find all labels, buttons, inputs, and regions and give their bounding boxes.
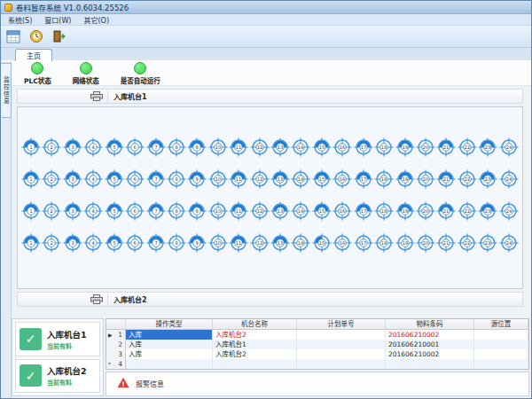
tab-home[interactable]: 主页 — [15, 49, 52, 61]
station-23-full: 23 — [478, 169, 497, 189]
svg-text:24: 24 — [506, 208, 512, 214]
station-row-4: 1 2 3 4 5 6 — [20, 233, 520, 253]
station-10-empty: 10 — [208, 201, 228, 221]
svg-text:2: 2 — [51, 176, 53, 182]
svg-text:12: 12 — [256, 240, 262, 246]
row-header: 3 — [106, 349, 126, 359]
svg-text:9: 9 — [196, 176, 199, 182]
tab-strip: 主页 — [1, 48, 531, 61]
svg-text:20: 20 — [423, 176, 428, 182]
station-5-full: 5 — [105, 169, 124, 189]
table-cell[interactable]: 201606210001 — [386, 340, 474, 349]
station-16-empty: 16 — [332, 169, 352, 189]
column-header-2[interactable]: 计划单号 — [297, 319, 386, 329]
station-23-empty: 23 — [478, 233, 497, 253]
table-cell[interactable] — [297, 330, 386, 340]
table-cell[interactable] — [297, 340, 386, 349]
menu-item-2[interactable]: 其它(O) — [83, 15, 109, 25]
table-cell[interactable] — [297, 359, 386, 369]
svg-text:21: 21 — [443, 176, 449, 182]
column-header-4[interactable]: 源位置 — [474, 319, 528, 329]
row-marker: * — [108, 359, 111, 369]
table-cell[interactable] — [474, 340, 528, 349]
station-21-full: 21 — [436, 201, 456, 221]
svg-text:13: 13 — [278, 176, 283, 182]
menu-item-0[interactable]: 系统(S) — [8, 15, 32, 25]
station-row-1: 1 2 3 4 5 6 — [20, 137, 520, 157]
table-cell[interactable] — [474, 359, 528, 369]
clock-icon[interactable] — [27, 27, 45, 45]
table-cell[interactable] — [474, 330, 528, 340]
table-cell[interactable]: 201606210002 — [386, 349, 474, 359]
table-cell[interactable]: 入库机台2 — [213, 330, 297, 340]
row-number: 3 — [118, 349, 122, 359]
machine1-panel-header: 入库机台1 — [17, 89, 523, 104]
table-row[interactable]: ▶ 1 入库入库机台2201606210002 — [106, 330, 528, 340]
station-20-empty: 20 — [416, 201, 435, 221]
column-header-3[interactable]: 物料条码 — [386, 319, 474, 329]
svg-text:20: 20 — [423, 145, 428, 150]
table-cell[interactable]: 入库 — [126, 340, 213, 349]
svg-text:12: 12 — [256, 145, 262, 150]
machine-card-2: ✓ 入库机台2 当前有料 — [15, 359, 100, 394]
station-9-full: 9 — [187, 201, 207, 221]
station-2-empty: 2 — [42, 169, 61, 189]
station-row-3: 1 2 3 4 5 6 — [20, 201, 520, 221]
table-cell[interactable] — [297, 349, 386, 359]
column-header-1[interactable]: 机台名称 — [213, 319, 297, 329]
svg-text:16: 16 — [340, 240, 345, 246]
check-icon: ✓ — [20, 364, 42, 387]
task-table-body: ▶ 1 入库入库机台2201606210002 2 入库入库机台12016062… — [106, 330, 528, 369]
svg-text:14: 14 — [298, 145, 303, 150]
svg-text:10: 10 — [215, 176, 221, 182]
station-20-empty: 20 — [416, 169, 435, 189]
table-cell[interactable] — [213, 359, 297, 369]
left-dock-strip: 监控信息 — [1, 61, 12, 398]
table-cell[interactable]: 入库机台1 — [213, 340, 297, 349]
station-4-empty: 4 — [83, 169, 103, 189]
menu-item-1[interactable]: 窗口(W) — [44, 15, 71, 25]
svg-text:2: 2 — [51, 240, 53, 246]
table-cell[interactable]: 入库机台2 — [213, 349, 297, 359]
machine2-panel-title: 入库机台2 — [113, 294, 147, 304]
table-cell[interactable] — [474, 349, 528, 359]
svg-text:23: 23 — [485, 240, 490, 246]
row-header: ▶ 1 — [106, 330, 126, 340]
station-20-empty: 20 — [416, 233, 435, 253]
svg-text:9: 9 — [196, 240, 199, 246]
station-24-empty: 24 — [499, 233, 519, 253]
table-cell[interactable] — [126, 359, 213, 369]
table-row[interactable]: 3 入库入库机台2201606210002 — [106, 349, 528, 359]
printer-icon[interactable] — [85, 90, 108, 102]
station-13-full: 13 — [270, 169, 290, 189]
svg-text:15: 15 — [319, 176, 325, 182]
machine-card-status: 当前有料 — [47, 341, 87, 350]
station-22-empty: 22 — [458, 137, 477, 157]
calendar-icon[interactable] — [4, 27, 22, 45]
check-icon: ✓ — [20, 328, 42, 350]
station-18-empty: 18 — [374, 169, 394, 189]
station-2-empty: 2 — [42, 201, 61, 221]
svg-text:3: 3 — [71, 240, 74, 246]
table-cell[interactable] — [386, 359, 474, 369]
table-cell[interactable]: 入库 — [126, 349, 213, 359]
side-dock-tab[interactable]: 监控信息 — [1, 63, 12, 118]
station-6-empty: 6 — [125, 169, 145, 189]
station-2-empty: 2 — [42, 137, 61, 157]
station-15-full: 15 — [312, 137, 332, 157]
column-header-0[interactable]: 操作类型 — [126, 319, 213, 329]
station-4-empty: 4 — [83, 201, 103, 221]
printer-icon[interactable] — [85, 293, 108, 305]
station-3-full: 3 — [63, 201, 82, 221]
table-cell[interactable]: 入库 — [126, 330, 213, 340]
exit-icon[interactable] — [51, 27, 68, 45]
table-row[interactable]: 2 入库入库机台1201606210001 — [106, 340, 528, 349]
svg-text:19: 19 — [402, 240, 407, 246]
table-row[interactable]: * 4 — [106, 359, 528, 369]
svg-text:7: 7 — [154, 240, 157, 246]
toolbar — [1, 26, 531, 48]
table-cell[interactable]: 201606210002 — [386, 330, 474, 340]
svg-text:11: 11 — [236, 145, 241, 150]
station-19-full: 19 — [395, 137, 415, 157]
row-number: 1 — [118, 330, 122, 340]
